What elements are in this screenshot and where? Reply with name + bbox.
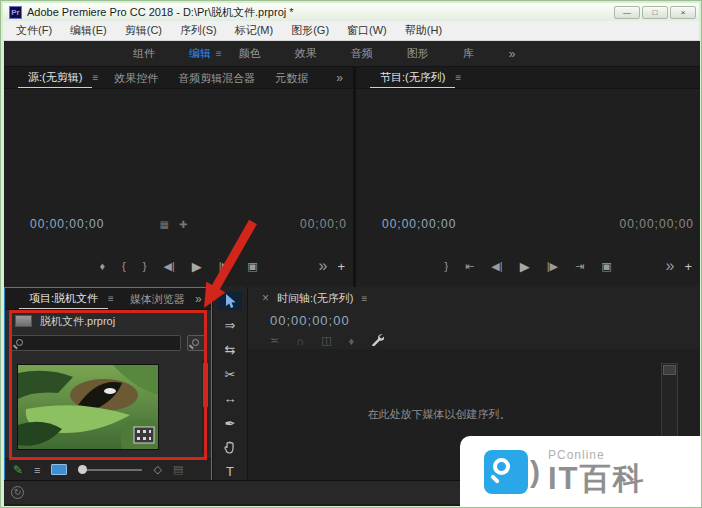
program-transport-controls: } ⇤ ◀| ▶ |▶ ⇥ ▣ (356, 254, 700, 278)
thumbnail-zoom-slider[interactable] (78, 465, 142, 475)
workspace-tab-color[interactable]: 颜色 (222, 46, 278, 61)
razor-tool[interactable]: ✂ (218, 365, 242, 383)
source-settings-icons[interactable]: ▦✚ (4, 219, 353, 230)
tab-effect-controls[interactable]: 效果控件 (104, 68, 168, 88)
timeline-header: × 时间轴:(无序列) ≡ (248, 287, 700, 309)
search-icon (16, 339, 23, 346)
linked-selection-icon[interactable]: ◫ (321, 334, 331, 347)
clip-thumbnail-image (18, 365, 158, 449)
watermark-title: IT百科 (548, 463, 646, 494)
workspace-tab-assembly[interactable]: 组件 (116, 46, 172, 61)
tab-timeline[interactable]: 时间轴:(无序列) (277, 291, 353, 306)
menu-edit[interactable]: 编辑(E) (61, 21, 116, 40)
pen-tool[interactable]: ✒ (218, 414, 242, 432)
menu-sequence[interactable]: 序列(S) (171, 21, 226, 40)
menu-help[interactable]: 帮助(H) (396, 21, 451, 40)
selection-tool[interactable] (218, 292, 242, 310)
workspace-tab-effects[interactable]: 效果 (278, 46, 334, 61)
source-tabs-overflow-icon[interactable]: » (336, 71, 343, 85)
watermark: ) PConline IT百科 (460, 436, 701, 507)
workspace-bar: 组件 编辑 ≡ 颜色 效果 音频 图形 库 » (4, 41, 700, 67)
add-button-icon[interactable]: + (684, 259, 692, 274)
project-search-box (11, 335, 181, 351)
search-bin-button[interactable] (187, 335, 205, 351)
selection-tool-icon (224, 294, 237, 309)
transport-overflow-icon[interactable]: » (666, 257, 675, 275)
tab-project[interactable]: 项目:脱机文件 (19, 288, 108, 309)
magnifier-icon (493, 458, 510, 475)
project-scrollbar[interactable] (202, 360, 209, 454)
type-tool[interactable]: T (218, 463, 242, 481)
timeline-close-icon[interactable]: × (262, 291, 269, 305)
source-panel-menu-icon[interactable]: ≡ (92, 72, 98, 83)
workspace-tab-audio[interactable]: 音频 (334, 46, 390, 61)
timeline-panel-menu-icon[interactable]: ≡ (361, 293, 367, 304)
workspace-tab-graphics[interactable]: 图形 (390, 46, 446, 61)
timeline-marker-icon[interactable]: ♦ (349, 335, 355, 347)
step-back-icon[interactable]: ◀| (491, 260, 502, 273)
timeline-settings-icon[interactable]: ≍ (270, 334, 279, 347)
mark-out-icon[interactable]: } (444, 260, 448, 272)
timeline-wrench-icon[interactable] (371, 333, 384, 348)
play-icon[interactable]: ▶ (520, 259, 530, 274)
program-panel-menu-icon[interactable]: ≡ (455, 72, 461, 83)
project-file-row[interactable]: 脱机文件.prproj (5, 310, 211, 332)
mark-in-icon[interactable]: { (122, 260, 126, 272)
workspace-overflow-icon[interactable]: » (509, 47, 516, 61)
watermark-brand: PConline (548, 449, 646, 461)
timeline-timecode[interactable]: 00;00;00;00 (270, 313, 350, 328)
premiere-app-icon: Pr (9, 6, 22, 19)
source-panel-tabs: 源:(无剪辑) ≡ 效果控件 音频剪辑混合器 元数据 » (4, 67, 353, 89)
go-to-out-icon[interactable]: ⇥ (575, 260, 584, 273)
program-panel-tabs: 节目:(无序列) ≡ (356, 67, 700, 89)
export-frame-icon[interactable]: ▣ (601, 260, 611, 273)
search-input[interactable] (30, 336, 178, 350)
project-panel: 项目:脱机文件 ≡ 媒体浏览器 » 脱机文件.prproj (4, 287, 212, 481)
program-current-timecode[interactable]: 00;00;00;00 (382, 217, 456, 231)
menu-marker[interactable]: 标记(M) (226, 21, 283, 40)
step-back-icon[interactable]: ◀| (163, 260, 174, 273)
transport-overflow-icon[interactable]: » (319, 257, 328, 275)
add-button-icon[interactable]: + (337, 259, 345, 274)
mark-out-icon[interactable]: } (143, 260, 147, 272)
list-view-button[interactable]: ≡ (34, 464, 40, 476)
menu-file[interactable]: 文件(F) (7, 21, 61, 40)
automate-to-sequence-icon[interactable]: ▤ (173, 463, 183, 476)
project-panel-menu-icon[interactable]: ≡ (108, 293, 114, 304)
project-writable-icon[interactable]: ✎ (13, 463, 23, 477)
tab-source[interactable]: 源:(无剪辑) (18, 67, 92, 88)
tab-metadata[interactable]: 元数据 (265, 68, 318, 88)
project-tabs-overflow-icon[interactable]: » (195, 292, 202, 306)
sort-icons-button[interactable]: ◇ (153, 463, 161, 476)
workspace-tab-libraries[interactable]: 库 (446, 46, 491, 61)
cc-sync-icon[interactable]: ↻ (11, 486, 24, 499)
add-marker-icon[interactable]: ♦ (99, 260, 105, 272)
step-forward-icon[interactable]: |▶ (219, 260, 230, 273)
button-editor-icon[interactable]: ✚ (179, 219, 197, 230)
slip-tool[interactable]: ↔ (218, 390, 242, 408)
icon-view-button[interactable] (51, 464, 67, 475)
step-forward-icon[interactable]: |▶ (547, 260, 558, 273)
play-icon[interactable]: ▶ (192, 259, 202, 274)
menu-clip[interactable]: 剪辑(C) (116, 21, 171, 40)
timeline-toolbar: ≍ ∩ ◫ ♦ (270, 333, 384, 348)
maximize-button[interactable]: □ (642, 6, 668, 19)
clip-thumbnail[interactable] (17, 364, 159, 450)
project-items-area (5, 356, 211, 458)
filmstrip-badge (134, 427, 154, 443)
tab-audio-clip-mixer[interactable]: 音频剪辑混合器 (168, 68, 265, 88)
project-panel-tabs: 项目:脱机文件 ≡ 媒体浏览器 » (5, 288, 211, 310)
menu-graphics[interactable]: 图形(G) (282, 21, 338, 40)
tab-media-browser[interactable]: 媒体浏览器 (120, 289, 195, 309)
track-select-tool[interactable]: ⇒ (218, 316, 242, 334)
output-settings-icon[interactable]: ▦ (160, 219, 179, 230)
tab-program[interactable]: 节目:(无序列) (370, 67, 455, 88)
menu-window[interactable]: 窗口(W) (338, 21, 396, 40)
export-frame-icon[interactable]: ▣ (247, 260, 257, 273)
snap-icon[interactable]: ∩ (296, 335, 304, 347)
minimize-button[interactable]: — (614, 6, 640, 19)
close-button[interactable]: × (670, 6, 696, 19)
go-to-in-icon[interactable]: ⇤ (465, 260, 474, 273)
ripple-edit-tool[interactable]: ⇆ (218, 341, 242, 359)
hand-tool[interactable] (218, 438, 242, 456)
